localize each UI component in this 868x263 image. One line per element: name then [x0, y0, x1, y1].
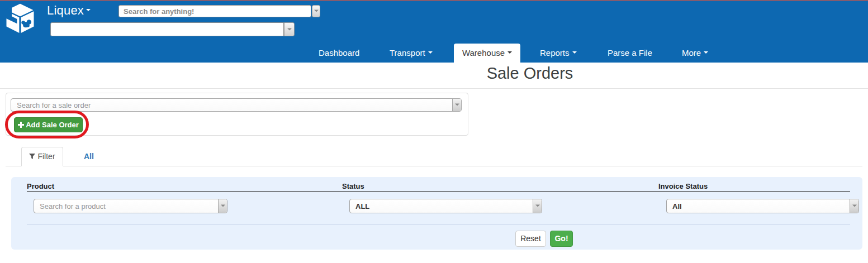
title-divider — [0, 88, 868, 89]
status-value: ALL — [355, 202, 369, 211]
global-search-dropdown-button[interactable] — [312, 5, 320, 17]
nav-parse-a-file[interactable]: Parse a File — [608, 44, 652, 63]
labels-underline — [27, 191, 850, 192]
nav-more-label: More — [682, 48, 701, 58]
brand-menu[interactable]: Liquex — [47, 3, 91, 18]
plus-icon — [18, 122, 24, 128]
tab-all-label: All — [84, 152, 94, 161]
invoice-status-label: Invoice Status — [658, 182, 708, 190]
nav-warehouse-label: Warehouse — [462, 48, 505, 58]
dropdown-arrow-segment[interactable] — [218, 199, 227, 213]
nav-dashboard-label: Dashboard — [319, 48, 359, 58]
dropdown-arrow-segment[interactable] — [850, 199, 858, 213]
product-label: Product — [27, 182, 54, 190]
tab-filter[interactable]: Filter — [21, 147, 63, 166]
chevron-down-icon — [535, 205, 540, 209]
product-search-placeholder: Search for a product — [40, 202, 106, 211]
nav-dashboard[interactable]: Dashboard — [319, 44, 359, 63]
filter-buttons-divider — [27, 224, 850, 225]
chevron-down-icon — [86, 9, 91, 13]
nav-warehouse[interactable]: Warehouse — [454, 44, 520, 63]
nav-more[interactable]: More — [682, 44, 708, 63]
chevron-down-icon — [221, 205, 225, 209]
secondary-search-input[interactable] — [50, 22, 284, 36]
add-sale-order-label: Add Sale Order — [26, 121, 79, 129]
chevron-down-icon — [428, 51, 433, 56]
sale-order-search-select[interactable]: Search for a sale order — [11, 98, 462, 112]
global-search-input[interactable]: Search for anything! — [118, 5, 311, 17]
nav-parse-a-file-label: Parse a File — [608, 48, 652, 58]
tab-filter-label: Filter — [37, 152, 55, 161]
brand-label: Liquex — [47, 3, 84, 17]
add-sale-order-button[interactable]: Add Sale Order — [14, 117, 83, 132]
chevron-down-icon — [704, 51, 708, 56]
chevron-down-icon — [287, 28, 292, 32]
invoice-status-select[interactable]: All — [666, 199, 859, 213]
nav-reports-label: Reports — [540, 48, 570, 58]
global-search-placeholder: Search for anything! — [124, 7, 194, 16]
chevron-down-icon — [314, 10, 319, 15]
nav-reports[interactable]: Reports — [540, 44, 577, 63]
chevron-down-icon — [852, 205, 857, 209]
chevron-down-icon — [455, 104, 459, 108]
nav-transport-label: Transport — [390, 48, 425, 58]
chevron-down-icon — [572, 51, 577, 56]
filter-funnel-icon — [29, 154, 35, 160]
invoice-status-value: All — [672, 202, 682, 211]
reset-button[interactable]: Reset — [515, 231, 546, 247]
dropdown-arrow-segment[interactable] — [452, 99, 461, 111]
top-edge-strip — [0, 0, 868, 1]
tabbar-divider — [6, 166, 862, 166]
page-title: Sale Orders — [192, 64, 868, 83]
app-header: Liquex Search for anything! Dashboard Tr… — [0, 0, 868, 63]
filter-panel — [11, 177, 862, 250]
product-search-select[interactable]: Search for a product — [34, 199, 227, 213]
status-label: Status — [342, 182, 364, 190]
dropdown-arrow-segment[interactable] — [533, 199, 542, 213]
sale-order-search-placeholder: Search for a sale order — [17, 101, 91, 109]
go-button[interactable]: Go! — [550, 231, 573, 247]
status-select[interactable]: ALL — [349, 199, 542, 213]
nav-transport[interactable]: Transport — [390, 44, 433, 63]
tab-all[interactable]: All — [84, 147, 94, 166]
chevron-down-icon — [507, 51, 512, 56]
secondary-search-dropdown-button[interactable] — [284, 22, 295, 36]
liquex-logo-icon[interactable] — [4, 2, 36, 35]
